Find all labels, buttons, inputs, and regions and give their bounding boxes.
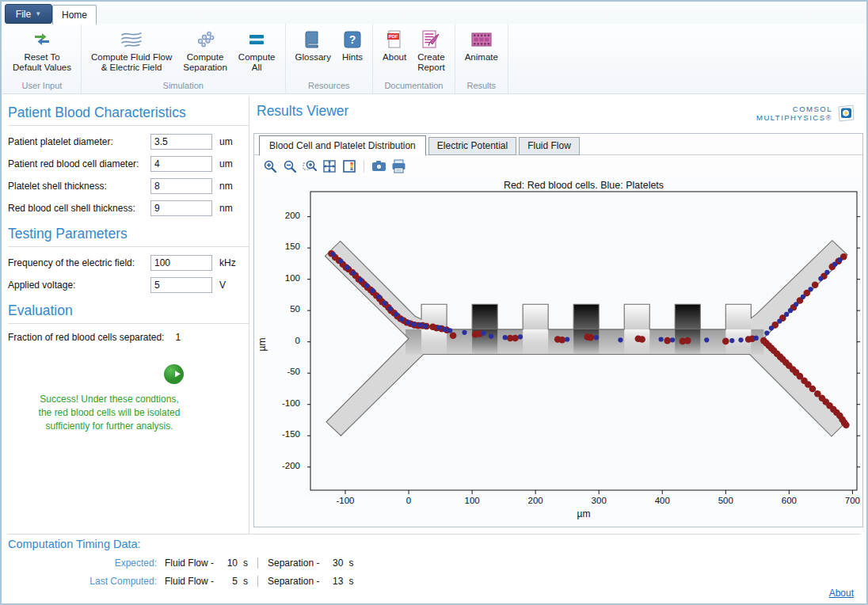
compute-fluid-flow-button[interactable]: Compute Fluid Flow& Electric Field bbox=[86, 25, 177, 74]
field-rbc-shell: Red blood cell shell thickness: nm bbox=[8, 200, 249, 216]
platelet-shell-input[interactable] bbox=[150, 178, 212, 194]
about-link[interactable]: About bbox=[829, 588, 854, 599]
expected-separation-time: 30 bbox=[324, 557, 343, 569]
animate-button[interactable]: Animate bbox=[459, 25, 504, 63]
section-title-patient: Patient Blood Characteristics bbox=[8, 105, 249, 121]
reset-icon bbox=[32, 27, 51, 52]
computation-timing-section: Computation Timing Data: Expected: Fluid… bbox=[8, 538, 860, 587]
field-platelet-shell: Platelet shell thickness: nm bbox=[8, 178, 249, 194]
ribbon-group-user-input: Reset ToDefault Values User Input bbox=[3, 24, 82, 93]
tab-blood-cell-distribution[interactable]: Blood Cell and Platelet Distribution bbox=[259, 135, 426, 156]
timing-row-last-computed: Last Computed: Fluid Flow - 5 s Separati… bbox=[8, 576, 860, 587]
create-report-button[interactable]: CreateReport bbox=[412, 25, 451, 74]
rbc-diameter-input[interactable] bbox=[150, 156, 212, 172]
svg-text:PDF: PDF bbox=[389, 34, 398, 39]
comsol-logo: COMSOL MULTIPHYSICS® bbox=[756, 105, 855, 122]
toolbar-separator bbox=[364, 160, 364, 173]
ribbon-group-documentation: PDF About bbox=[373, 24, 455, 93]
field-voltage: Applied voltage: V bbox=[8, 277, 249, 293]
plot-toolbar bbox=[262, 158, 406, 173]
fluid-flow-icon bbox=[120, 27, 143, 52]
field-platelet-diameter: Patient platelet diameter: um bbox=[8, 134, 249, 150]
fraction-value: 1 bbox=[175, 332, 181, 343]
expected-fluid-time: 10 bbox=[219, 557, 238, 569]
camera-icon[interactable] bbox=[371, 158, 386, 173]
fraction-separated-row: Fraction of red blood cells separated: 1 bbox=[8, 332, 249, 343]
field-frequency: Frequency of the electric field: kHz bbox=[8, 255, 249, 271]
results-viewer-title: Results Viewer bbox=[257, 103, 348, 120]
plot-area: Red: Red blood cells. Blue: Platelets -1… bbox=[254, 177, 862, 527]
last-fluid-time: 5 bbox=[219, 576, 238, 587]
title-tab-row: File ▼ Home bbox=[2, 2, 866, 24]
compute-all-button[interactable]: ComputeAll bbox=[233, 25, 281, 74]
legend-icon[interactable] bbox=[341, 158, 356, 173]
platelet-diameter-input[interactable] bbox=[150, 134, 212, 150]
group-label-user-input: User Input bbox=[7, 80, 77, 93]
timing-row-expected: Expected: Fluid Flow - 10 s Separation -… bbox=[8, 557, 860, 569]
tab-home[interactable]: Home bbox=[52, 5, 97, 25]
group-label-results: Results bbox=[459, 80, 504, 93]
footer-divider bbox=[8, 534, 860, 535]
comsol-logo-icon bbox=[836, 105, 855, 122]
frequency-input[interactable] bbox=[150, 255, 212, 271]
panel-divider bbox=[249, 97, 249, 534]
file-menu-button[interactable]: File ▼ bbox=[5, 4, 52, 24]
timing-heading: Computation Timing Data: bbox=[8, 538, 860, 550]
plot-tabs: Blood Cell and Platelet Distribution Ele… bbox=[259, 135, 582, 155]
ribbon-group-results: Animate Results bbox=[455, 24, 508, 93]
group-label-documentation: Documentation bbox=[377, 80, 451, 93]
ribbon-group-resources: Glossary ? Hints Resources bbox=[286, 24, 374, 93]
app-window: File ▼ Home Reset ToDefault Values bbox=[0, 0, 868, 605]
results-viewer-panel: Blood Cell and Platelet Distribution Ele… bbox=[253, 133, 863, 527]
section-title-evaluation: Evaluation bbox=[8, 302, 249, 319]
group-label-simulation: Simulation bbox=[86, 80, 281, 93]
x-axis-label: µm bbox=[306, 508, 861, 519]
film-strip-icon bbox=[470, 27, 493, 52]
chevron-down-icon: ▼ bbox=[35, 10, 41, 17]
question-icon: ? bbox=[343, 27, 362, 52]
compute-all-icon bbox=[248, 27, 265, 52]
section-title-testing: Testing Parameters bbox=[8, 226, 249, 242]
zoom-out-icon[interactable] bbox=[282, 158, 297, 173]
rbc-shell-input[interactable] bbox=[150, 200, 212, 216]
about-pdf-button[interactable]: PDF About bbox=[377, 25, 412, 63]
y-axis-label: µm bbox=[257, 338, 268, 352]
hints-button[interactable]: ? Hints bbox=[337, 25, 368, 63]
separation-icon bbox=[195, 27, 215, 52]
success-arrow-icon bbox=[163, 363, 185, 385]
zoom-box-icon[interactable] bbox=[302, 158, 317, 173]
ribbon-group-simulation: Compute Fluid Flow& Electric Field Compu… bbox=[82, 24, 286, 93]
timing-separator bbox=[257, 557, 258, 569]
group-label-resources: Resources bbox=[290, 80, 369, 93]
file-menu-label: File bbox=[16, 9, 31, 20]
reset-to-default-button[interactable]: Reset ToDefault Values bbox=[7, 25, 77, 74]
svg-text:?: ? bbox=[349, 33, 356, 46]
zoom-in-icon[interactable] bbox=[262, 158, 277, 173]
ribbon: Reset ToDefault Values User Input bbox=[2, 24, 866, 94]
voltage-input[interactable] bbox=[150, 277, 212, 293]
book-icon bbox=[303, 27, 322, 52]
field-rbc-diameter: Patient red blood cell diameter: um bbox=[8, 156, 249, 172]
compute-separation-button[interactable]: ComputeSeparation bbox=[177, 25, 233, 74]
divider bbox=[8, 323, 249, 324]
print-icon[interactable] bbox=[391, 158, 406, 173]
distribution-plot[interactable] bbox=[306, 188, 861, 497]
tab-electric-potential[interactable]: Electric Potential bbox=[428, 137, 516, 155]
timing-separator bbox=[257, 576, 258, 587]
input-panel: Patient Blood Characteristics Patient pl… bbox=[8, 95, 249, 534]
divider bbox=[8, 246, 249, 247]
pdf-icon: PDF bbox=[386, 27, 403, 52]
glossary-button[interactable]: Glossary bbox=[290, 25, 337, 63]
success-message: Success! Under these condtions, the red … bbox=[30, 393, 188, 433]
report-icon bbox=[421, 27, 441, 52]
zoom-extents-icon[interactable] bbox=[322, 158, 337, 173]
last-separation-time: 13 bbox=[324, 576, 343, 587]
divider bbox=[8, 125, 249, 126]
tab-fluid-flow[interactable]: Fluid Flow bbox=[519, 137, 580, 155]
